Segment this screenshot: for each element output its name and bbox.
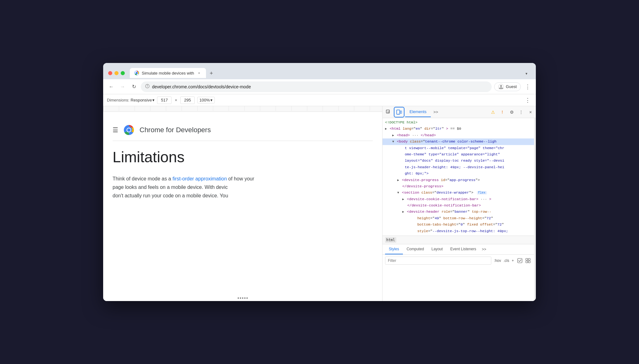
tab-bar-end: ▾ bbox=[522, 69, 531, 78]
dom-line-body-3: ome-theme" type="article" appearance="li… bbox=[383, 151, 534, 158]
svg-rect-16 bbox=[528, 258, 530, 260]
filter-icons bbox=[516, 257, 531, 264]
dom-line-html[interactable]: ▶ <html lang="en" dir="ltr" > == $0 bbox=[383, 126, 534, 132]
dom-line-section[interactable]: ▼ <section class="devsite-wrapper"> flex bbox=[383, 190, 534, 196]
active-tab[interactable]: Simulate mobile devices with × bbox=[130, 68, 206, 78]
profile-icon bbox=[498, 84, 504, 90]
dom-line-body-4: layout="docs" display-toc ready style="-… bbox=[383, 158, 534, 164]
tab-elements[interactable]: Elements bbox=[405, 107, 431, 117]
filter-icon-1[interactable] bbox=[516, 257, 523, 264]
dom-tree: <!DOCTYPE html> ▶ <html lang="en" dir="l… bbox=[383, 118, 534, 236]
tab-styles[interactable]: Styles bbox=[385, 244, 403, 254]
profile-label: Guest bbox=[506, 84, 517, 89]
dom-line-progress-close[interactable]: </devsite-progress> bbox=[383, 183, 534, 190]
devtools-tabs: Elements >> ⚠ ! ⚙ ⋮ × bbox=[383, 106, 536, 118]
error-icon[interactable]: ! bbox=[498, 108, 506, 116]
svg-rect-15 bbox=[526, 258, 528, 260]
maximize-button[interactable] bbox=[121, 71, 125, 75]
height-input[interactable] bbox=[180, 96, 195, 104]
close-button[interactable] bbox=[108, 71, 112, 75]
filter-hov[interactable]: :hov bbox=[494, 258, 501, 263]
dom-line-cookie-close[interactable]: </devsite-cookie-notification-bar> bbox=[383, 202, 534, 209]
page-paragraph-3: don't actually run your code on a mobile… bbox=[113, 191, 373, 200]
minimize-button[interactable] bbox=[114, 71, 119, 75]
page-paragraph-2: page looks and feels on a mobile device.… bbox=[113, 183, 373, 191]
dom-line-body-2: t viewport--mobile" template="page" them… bbox=[383, 145, 534, 151]
dom-line-header-1[interactable]: ▶ <devsite-header role="banner" top-row-… bbox=[383, 209, 534, 215]
bottom-drag-bar[interactable] bbox=[238, 298, 248, 299]
profile-button[interactable]: Guest bbox=[494, 82, 521, 91]
more-options-icon[interactable]: ⋮ bbox=[517, 108, 525, 116]
devtools-panel: Elements >> ⚠ ! ⚙ ⋮ × <!DOCTYPE html> bbox=[382, 106, 536, 301]
dimensions-dropdown[interactable]: Responsive ▾ bbox=[131, 98, 155, 102]
svg-rect-17 bbox=[526, 261, 528, 263]
address-bar[interactable]: developer.chrome.com/docs/devtools/devic… bbox=[141, 81, 492, 92]
viewport-area: ☰ Chrome for Developers Limitations Thin… bbox=[103, 106, 382, 301]
chrome-brand-text: Chrome for Developers bbox=[140, 126, 211, 134]
tab-bar: Simulate mobile devices with × + ▾ bbox=[130, 68, 531, 78]
url-text: developer.chrome.com/docs/devtools/devic… bbox=[152, 84, 487, 89]
main-area: ☰ Chrome for Developers Limitations Thin… bbox=[103, 106, 536, 301]
dom-line-body-6: ght: 0px;"> bbox=[383, 170, 534, 177]
warning-icon[interactable]: ⚠ bbox=[489, 108, 497, 116]
browser-menu-button[interactable]: ⋮ bbox=[523, 82, 532, 91]
hamburger-icon[interactable]: ☰ bbox=[113, 126, 118, 134]
back-button[interactable]: ← bbox=[107, 82, 116, 91]
tab-computed[interactable]: Computed bbox=[403, 244, 428, 254]
svg-rect-18 bbox=[528, 261, 530, 263]
filter-icon-2[interactable] bbox=[525, 257, 531, 264]
forward-button[interactable]: → bbox=[118, 82, 127, 91]
page-paragraph-1: Think of device mode as a first-order ap… bbox=[113, 174, 373, 183]
dom-line-header-2: height="49" bottom-row--height="72" bbox=[383, 215, 534, 221]
svg-point-6 bbox=[500, 85, 502, 87]
chrome-logo bbox=[123, 124, 135, 136]
dom-line-progress[interactable]: ▶ <devsite-progress id="app-progress"> bbox=[383, 177, 534, 183]
svg-rect-14 bbox=[518, 258, 522, 263]
dom-line-head[interactable]: ▶ <head> ··· </head> bbox=[383, 132, 534, 138]
first-order-link[interactable]: first-order approximation bbox=[172, 176, 227, 181]
dom-line-header-3: bottom-tabs-height="0" fixed offset="72" bbox=[383, 221, 534, 228]
dimension-separator: × bbox=[175, 98, 177, 102]
ruler-top bbox=[103, 106, 382, 112]
device-mode-icon[interactable] bbox=[394, 107, 404, 117]
devtools-icons-right: ⚠ ! ⚙ ⋮ × bbox=[489, 108, 535, 116]
tab-favicon bbox=[134, 70, 139, 75]
dom-line-doctype[interactable]: <!DOCTYPE html> bbox=[383, 119, 534, 126]
settings-icon[interactable]: ⚙ bbox=[508, 108, 516, 116]
nav-bar: ← → ↻ developer.chrome.com/docs/devtools… bbox=[103, 79, 536, 94]
tab-layout[interactable]: Layout bbox=[428, 244, 446, 254]
filter-cls[interactable]: .cls bbox=[504, 258, 509, 263]
dimensions-section: Dimensions: Responsive ▾ bbox=[107, 98, 155, 102]
width-input[interactable] bbox=[157, 96, 172, 104]
tab-dropdown-button[interactable]: ▾ bbox=[522, 69, 531, 78]
tab-close-button[interactable]: × bbox=[197, 70, 202, 75]
dom-line-body[interactable]: ▼ <body class="tenant--chrome color-sche… bbox=[383, 138, 534, 145]
filter-add[interactable]: + bbox=[512, 258, 514, 263]
page-heading: Limitations bbox=[113, 148, 373, 166]
tab-styles-more[interactable]: >> bbox=[480, 245, 488, 254]
close-devtools-button[interactable]: × bbox=[526, 108, 535, 116]
refresh-button[interactable]: ↻ bbox=[129, 82, 138, 91]
svg-rect-12 bbox=[400, 111, 402, 113]
tab-more[interactable]: >> bbox=[431, 107, 441, 117]
inspect-icon[interactable] bbox=[384, 107, 393, 117]
device-toolbar: Dimensions: Responsive ▾ × 100% ▾ ⋮ bbox=[103, 94, 536, 106]
svg-point-4 bbox=[147, 87, 148, 87]
bottom-panel: html Styles Computed Layout Event Listen… bbox=[383, 236, 534, 267]
flex-badge: flex bbox=[477, 191, 487, 195]
filter-input[interactable] bbox=[385, 257, 491, 265]
new-tab-button[interactable]: + bbox=[207, 69, 216, 78]
dom-line-body-5: te-js-header-height: 49px; --devsite-pan… bbox=[383, 164, 534, 170]
traffic-lights bbox=[108, 71, 125, 75]
toolbar-more-button[interactable]: ⋮ bbox=[523, 96, 532, 105]
devtools-scrollbar[interactable] bbox=[534, 118, 536, 301]
page-content: ☰ Chrome for Developers Limitations Thin… bbox=[103, 112, 382, 208]
tab-event-listeners[interactable]: Event Listeners bbox=[446, 244, 480, 254]
zoom-dropdown[interactable]: 100% ▾ bbox=[197, 97, 215, 103]
dom-line-cookie[interactable]: ▶ <devsite-cookie-notification-bar> ··· … bbox=[383, 196, 534, 202]
chrome-header: ☰ Chrome for Developers bbox=[113, 119, 373, 141]
browser-window: Simulate mobile devices with × + ▾ ← → ↻… bbox=[103, 63, 536, 301]
styles-tabs: Styles Computed Layout Event Listeners >… bbox=[383, 244, 534, 255]
dom-line-header-4: style="--devsite-js-top-row--height: 49p… bbox=[383, 228, 534, 234]
breadcrumb-html[interactable]: html bbox=[385, 237, 396, 243]
